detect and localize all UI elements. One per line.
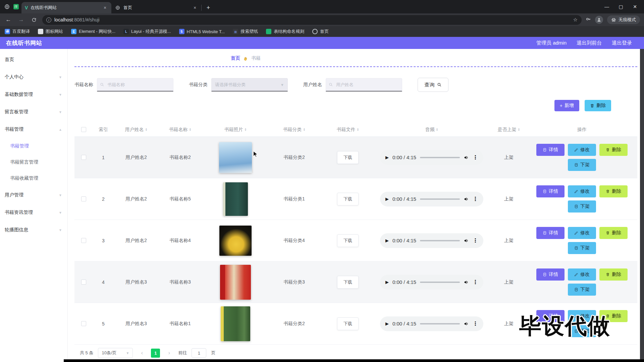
detail-button[interactable]: 详情 xyxy=(536,268,565,281)
sidebar-item-book-mgmt[interactable]: 书籍管理▲ xyxy=(0,121,67,138)
off-shelf-button[interactable]: 下架 xyxy=(568,159,596,171)
maximize-button[interactable]: ▢ xyxy=(614,0,628,13)
seek-slider[interactable] xyxy=(420,240,460,241)
bookmark-item[interactable]: |||搜索壁纸 xyxy=(233,28,258,35)
sort-icon[interactable]: ▲▼ xyxy=(518,128,520,131)
row-checkbox[interactable] xyxy=(81,280,86,285)
detail-button[interactable]: 详情 xyxy=(536,227,565,239)
prev-page-button[interactable]: ‹ xyxy=(138,349,146,357)
sidebar-subitem-book-mgmt[interactable]: 书籍管理 xyxy=(0,138,67,154)
download-button[interactable]: 下载 xyxy=(337,234,359,247)
scrollbar[interactable] xyxy=(640,49,644,359)
col-audio[interactable]: 音频▲▼ xyxy=(376,127,487,133)
play-icon[interactable]: ▶ xyxy=(385,196,389,201)
query-button[interactable]: 查询 xyxy=(418,78,448,92)
detail-button[interactable]: 详情 xyxy=(536,144,565,156)
current-page-button[interactable]: 1 xyxy=(151,349,160,358)
off-shelf-button[interactable]: 下架 xyxy=(568,200,596,213)
reload-button[interactable] xyxy=(30,15,38,24)
delete-row-button[interactable]: 删除 xyxy=(599,268,628,281)
bookmark-item[interactable]: 5HTML5 Website T... xyxy=(179,29,225,34)
goto-page-input[interactable] xyxy=(192,348,206,358)
download-button[interactable]: 下载 xyxy=(337,151,359,164)
breadcrumb-home-link[interactable]: 首页 xyxy=(231,55,240,61)
sidebar-item-base-data[interactable]: 基础数据管理▼ xyxy=(0,86,67,103)
close-button[interactable]: ✕ xyxy=(628,0,642,13)
play-icon[interactable]: ▶ xyxy=(385,321,389,326)
page-info-icon[interactable]: i xyxy=(46,17,51,22)
tab-close-icon[interactable]: × xyxy=(192,5,198,11)
bookmark-item[interactable]: LLayui - 经典开源模... xyxy=(123,28,171,35)
col-category[interactable]: 书籍分类▲▼ xyxy=(269,127,319,133)
sort-icon[interactable]: ▲▼ xyxy=(303,128,306,131)
col-file[interactable]: 书籍文件▲▼ xyxy=(319,127,376,133)
volume-icon[interactable] xyxy=(464,196,469,202)
book-cover-image[interactable] xyxy=(219,226,252,256)
book-cover-image[interactable] xyxy=(220,265,251,300)
edit-button[interactable]: 修改 xyxy=(568,268,596,281)
next-page-button[interactable]: › xyxy=(165,349,173,357)
volume-icon[interactable] xyxy=(464,321,469,326)
audio-menu-icon[interactable]: ⋮ xyxy=(473,196,478,202)
audio-player[interactable]: ▶ 0:00 / 4:15 ⋮ xyxy=(380,275,483,290)
download-button[interactable]: 下载 xyxy=(337,276,359,289)
volume-icon[interactable] xyxy=(464,238,469,243)
edit-button[interactable]: 修改 xyxy=(568,227,596,239)
sidebar-item-message-board[interactable]: 留言板管理▼ xyxy=(0,103,67,121)
edit-button[interactable]: 修改 xyxy=(568,185,596,197)
seek-slider[interactable] xyxy=(420,282,460,283)
audio-player[interactable]: ▶ 0:00 / 4:15 ⋮ xyxy=(380,316,483,331)
sidebar-item-personal-center[interactable]: 个人中心▼ xyxy=(0,68,67,86)
audio-player[interactable]: ▶ 0:00 / 4:15 ⋮ xyxy=(380,233,483,248)
bookmark-item[interactable]: 图标网站 xyxy=(38,28,63,35)
play-icon[interactable]: ▶ xyxy=(385,238,389,243)
add-button[interactable]: +新增 xyxy=(554,100,579,111)
sidebar-subitem-book-comments[interactable]: 书籍留言管理 xyxy=(0,154,67,170)
browser-tab[interactable]: 首页 × xyxy=(111,2,201,13)
sidebar-item-user-mgmt[interactable]: 用户管理▼ xyxy=(0,186,67,204)
tab-close-icon[interactable]: × xyxy=(102,5,108,11)
page-size-select[interactable]: 10条/页 ▼ xyxy=(98,348,133,358)
row-checkbox[interactable] xyxy=(81,238,86,243)
edit-button[interactable]: 修改 xyxy=(568,144,596,156)
user-name-input[interactable] xyxy=(326,78,402,92)
delete-row-button[interactable]: 删除 xyxy=(599,227,628,239)
sort-icon[interactable]: ▲▼ xyxy=(189,128,192,131)
sort-icon[interactable]: ▲▼ xyxy=(436,128,438,131)
col-status[interactable]: 是否上架▲▼ xyxy=(487,127,531,133)
off-shelf-button[interactable]: 下架 xyxy=(568,242,596,254)
book-cover-image[interactable] xyxy=(219,142,252,173)
globe-icon[interactable] xyxy=(4,4,10,10)
back-button[interactable]: ← xyxy=(4,15,13,24)
address-bar[interactable]: i localhost:8081/#/shuji ☆ xyxy=(42,15,582,25)
audio-menu-icon[interactable]: ⋮ xyxy=(473,279,478,285)
profile-avatar[interactable] xyxy=(595,16,603,24)
seek-slider[interactable] xyxy=(420,157,460,158)
bookmark-item[interactable]: 首页 xyxy=(312,28,329,35)
sidebar-item-home[interactable]: 首页 xyxy=(0,51,67,68)
sort-icon[interactable]: ▲▼ xyxy=(357,128,359,131)
book-name-input[interactable] xyxy=(97,78,173,92)
volume-icon[interactable] xyxy=(464,280,469,285)
seek-slider[interactable] xyxy=(420,323,460,324)
new-tab-button[interactable]: + xyxy=(204,3,213,12)
browser-tab-active[interactable]: V 在线听书网站 × xyxy=(21,2,111,13)
book-category-select[interactable]: 请选择书籍分类 ▼ xyxy=(211,78,288,92)
detail-button[interactable]: 详情 xyxy=(536,185,565,197)
audio-menu-icon[interactable]: ⋮ xyxy=(473,154,478,161)
sidebar-item-carousel[interactable]: 轮播图信息▼ xyxy=(0,221,67,239)
book-cover-image[interactable] xyxy=(221,306,250,341)
seek-slider[interactable] xyxy=(420,198,460,200)
exit-to-front-link[interactable]: 退出到前台 xyxy=(577,40,602,46)
col-photo[interactable]: 书籍照片▲▼ xyxy=(202,127,269,133)
col-index[interactable]: 索引 xyxy=(93,127,114,133)
book-cover-image[interactable] xyxy=(223,182,248,216)
delete-row-button[interactable]: 删除 xyxy=(599,185,628,197)
logout-link[interactable]: 退出登录 xyxy=(612,40,632,46)
sort-icon[interactable]: ▲▼ xyxy=(245,128,247,131)
delete-row-button[interactable]: 删除 xyxy=(599,144,628,156)
forward-button[interactable]: → xyxy=(17,15,25,24)
volume-icon[interactable] xyxy=(464,155,469,160)
bookmark-item[interactable]: EElement - 网站快... xyxy=(71,28,115,35)
password-key-icon[interactable] xyxy=(586,16,591,23)
